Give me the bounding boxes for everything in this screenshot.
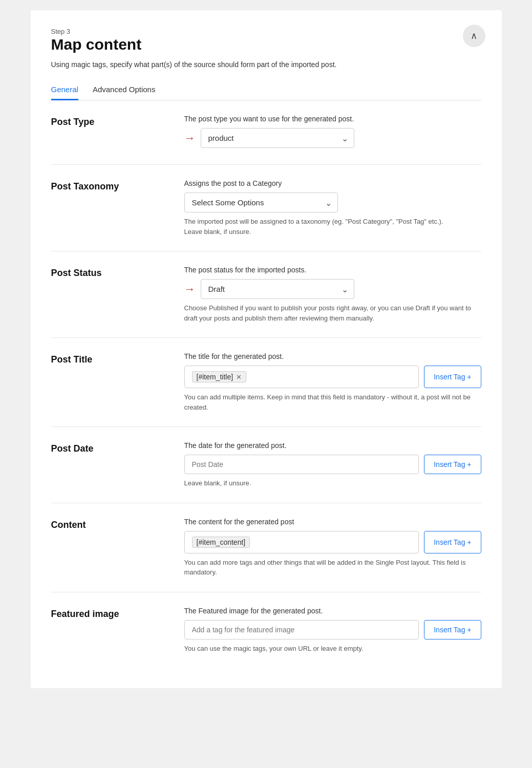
featured-image-description: The Featured image for the generated pos…	[184, 607, 481, 615]
tab-general[interactable]: General	[51, 81, 78, 100]
post-status-arrow-row: → Draft Published Pending Private ⌄	[184, 279, 481, 299]
red-arrow-status-icon: →	[184, 283, 196, 296]
post-status-label: Post Status	[51, 266, 174, 279]
item-title-chip: [#item_title] ✕	[192, 371, 247, 382]
post-status-hint: Choose Published if you want to publish …	[184, 303, 481, 323]
section-content: Content The content for the generated po…	[51, 503, 481, 592]
tab-advanced-options[interactable]: Advanced Options	[93, 81, 156, 100]
post-taxonomy-select-wrapper: Select Some Options Post Category Post T…	[184, 193, 338, 212]
post-date-hint: Leave blank, if unsure.	[184, 478, 481, 488]
page-title: Map content	[51, 36, 481, 53]
content-section-content: The content for the generated post [#ite…	[184, 518, 481, 578]
content-input-row: [#item_content] Insert Tag +	[184, 531, 481, 553]
section-post-title: Post Title The title for the generated p…	[51, 338, 481, 427]
post-title-input-row: [#item_title] ✕ Insert Tag +	[184, 366, 481, 388]
featured-image-input-row: Insert Tag +	[184, 620, 481, 639]
main-card: Step 3 Map content Using magic tags, spe…	[31, 10, 502, 688]
post-type-arrow-row: → product post page ⌄	[184, 128, 481, 148]
content-label: Content	[51, 518, 174, 530]
section-post-date: Post Date The date for the generated pos…	[51, 427, 481, 503]
post-type-description: The post type you want to use for the ge…	[184, 115, 481, 123]
post-title-tag-field[interactable]: [#item_title] ✕	[184, 366, 419, 388]
section-featured-image: Featured image The Featured image for th…	[51, 592, 481, 668]
post-date-input[interactable]	[184, 455, 419, 474]
item-title-chip-remove[interactable]: ✕	[236, 373, 242, 381]
content-hint: You can add more tags and other things t…	[184, 558, 481, 578]
post-date-content: The date for the generated post. Insert …	[184, 441, 481, 488]
post-date-input-row: Insert Tag +	[184, 455, 481, 474]
post-title-content: The title for the generated post. [#item…	[184, 352, 481, 412]
post-title-description: The title for the generated post.	[184, 352, 481, 360]
content-description: The content for the generated post	[184, 518, 481, 526]
post-status-description: The post status for the imported posts.	[184, 266, 481, 274]
chevron-up-icon: ∧	[471, 30, 477, 41]
post-type-select[interactable]: product post page	[201, 128, 354, 148]
collapse-button[interactable]: ∧	[463, 25, 485, 47]
post-status-select-wrapper: Draft Published Pending Private ⌄	[201, 279, 354, 299]
post-taxonomy-label: Post Taxonomy	[51, 179, 174, 192]
post-taxonomy-hint: The imported post will be assigned to a …	[184, 217, 451, 237]
featured-image-input[interactable]	[184, 620, 419, 639]
featured-image-content: The Featured image for the generated pos…	[184, 607, 481, 654]
content-insert-tag-button[interactable]: Insert Tag +	[424, 531, 481, 553]
post-date-label: Post Date	[51, 441, 174, 454]
section-post-status: Post Status The post status for the impo…	[51, 251, 481, 338]
post-title-label: Post Title	[51, 352, 174, 365]
featured-image-insert-tag-button[interactable]: Insert Tag +	[424, 620, 481, 639]
tabs-container: General Advanced Options	[51, 81, 481, 100]
post-taxonomy-select[interactable]: Select Some Options Post Category Post T…	[184, 193, 338, 212]
post-title-hint: You can add multiple items. Keep in mind…	[184, 392, 481, 412]
post-taxonomy-description: Assigns the post to a Category	[184, 179, 481, 187]
page-description: Using magic tags, specify what part(s) o…	[51, 60, 481, 69]
featured-image-label: Featured image	[51, 607, 174, 620]
section-post-taxonomy: Post Taxonomy Assigns the post to a Cate…	[51, 165, 481, 251]
red-arrow-icon: →	[184, 132, 196, 145]
post-type-content: The post type you want to use for the ge…	[184, 115, 481, 150]
post-type-label: Post Type	[51, 115, 174, 127]
section-post-type: Post Type The post type you want to use …	[51, 100, 481, 165]
item-content-chip: [#item_content]	[192, 537, 250, 548]
post-date-insert-tag-button[interactable]: Insert Tag +	[424, 455, 481, 474]
post-date-description: The date for the generated post.	[184, 441, 481, 450]
featured-image-hint: You can use the magic tags, your own URL…	[184, 644, 481, 654]
post-title-insert-tag-button[interactable]: Insert Tag +	[424, 366, 481, 388]
post-status-select[interactable]: Draft Published Pending Private	[201, 279, 354, 299]
post-status-content: The post status for the imported posts. …	[184, 266, 481, 323]
post-taxonomy-content: Assigns the post to a Category Select So…	[184, 179, 481, 237]
content-tag-field[interactable]: [#item_content]	[184, 531, 419, 553]
post-type-select-wrapper: product post page ⌄	[201, 128, 354, 148]
step-label: Step 3	[51, 28, 71, 35]
